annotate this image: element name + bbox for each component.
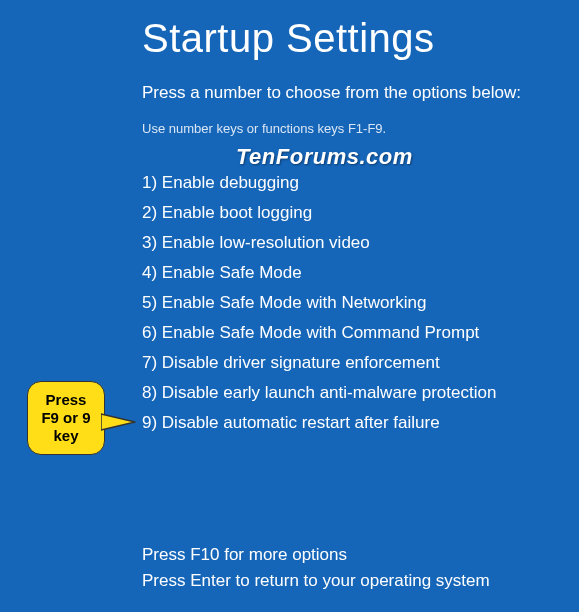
option-5[interactable]: 5) Enable Safe Mode with Networking (142, 288, 579, 318)
options-list: 1) Enable debugging 2) Enable boot loggi… (142, 168, 579, 438)
callout-line-1: Press (46, 391, 87, 408)
svg-marker-0 (101, 414, 135, 430)
callout-line-3: key (53, 427, 78, 444)
callout-bubble: Press F9 or 9 key (27, 381, 105, 455)
option-1[interactable]: 1) Enable debugging (142, 168, 579, 198)
option-4[interactable]: 4) Enable Safe Mode (142, 258, 579, 288)
callout-line-2: F9 or 9 (41, 409, 90, 426)
option-7[interactable]: 7) Disable driver signature enforcement (142, 348, 579, 378)
footer-instructions: Press F10 for more options Press Enter t… (142, 542, 490, 594)
watermark-text: TenForums.com (236, 144, 413, 170)
footer-line-1: Press F10 for more options (142, 542, 490, 568)
option-6[interactable]: 6) Enable Safe Mode with Command Prompt (142, 318, 579, 348)
option-3[interactable]: 3) Enable low-resolution video (142, 228, 579, 258)
footer-line-2: Press Enter to return to your operating … (142, 568, 490, 594)
hint-text: Use number keys or functions keys F1-F9. (142, 121, 579, 136)
instruction-text: Press a number to choose from the option… (142, 83, 579, 103)
option-8[interactable]: 8) Disable early launch anti-malware pro… (142, 378, 579, 408)
page-title: Startup Settings (142, 16, 579, 61)
option-2[interactable]: 2) Enable boot logging (142, 198, 579, 228)
option-9[interactable]: 9) Disable automatic restart after failu… (142, 408, 579, 438)
